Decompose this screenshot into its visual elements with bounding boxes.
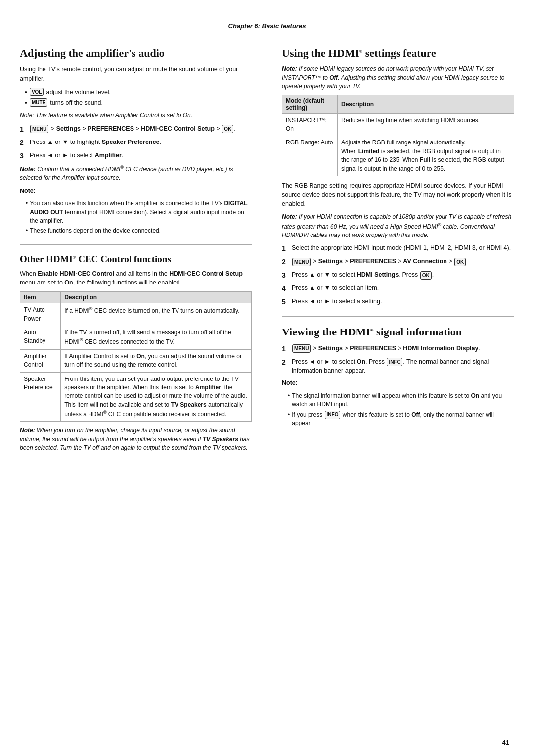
section1-note1: Note: This feature is available when Amp… [20, 111, 252, 120]
r-section1-body1: The RGB Range setting requires appropria… [282, 181, 514, 209]
r-section2-note-block: Note: The signal information banner will… [282, 378, 514, 427]
table-row: RGB Range: Auto Adjusts the RGB full ran… [282, 136, 514, 176]
r-section1-steps: 1 Select the appropriate HDMI input mode… [282, 243, 514, 307]
r-note-bullet-1: The signal information banner will appea… [288, 392, 514, 409]
table-row: Speaker Preference From this item, you c… [20, 372, 252, 422]
hdmi-settings-table: Mode (default setting) Description INSTA… [282, 95, 514, 176]
item-tv-auto-power: TV Auto Power [20, 303, 61, 326]
chapter-header: Chapter 6: Basic features [20, 20, 514, 32]
section1-note3-bullets: You can also use this function when the … [26, 199, 252, 236]
menu-icon-r: MENU [292, 258, 311, 266]
ok-icon-r3: OK [420, 271, 432, 280]
section2-intro: When Enable HDMI-CEC Control and all ite… [20, 269, 252, 288]
cec-table: Item Description TV Auto Power If a HDMI… [20, 291, 252, 422]
r-step-2: 2 MENU > Settings > PREFERENCES > AV Con… [282, 257, 514, 267]
section1-heading: Adjusting the amplifier's audio [20, 47, 252, 60]
table-header-mode: Mode (default setting) [282, 95, 338, 113]
r-section2-heading: Viewing the HDMI® signal information [282, 326, 514, 338]
section1-note3-label: Note: [20, 187, 252, 196]
r-note-bullets: The signal information banner will appea… [288, 392, 514, 428]
step-1: 1 MENU > Settings > PREFERENCES > HDMI-C… [20, 124, 252, 135]
step-3: 3 Press ◄ or ► to select Amplifier. [20, 151, 252, 161]
bullet-vol: VOL adjust the volume level. [25, 88, 252, 97]
r-section2-steps: 1 MENU > Settings > PREFERENCES > HDMI I… [282, 344, 514, 376]
page-number: 41 [502, 739, 509, 746]
desc-speaker-pref: From this item, you can set your audio o… [61, 372, 252, 422]
item-amplifier-control: Amplifier Control [20, 349, 61, 372]
desc-rgb-range: Adjusts the RGB full range signal automa… [338, 136, 514, 176]
desc-amplifier-control: If Amplifier Control is set to On, you c… [61, 349, 252, 372]
mute-icon: MUTE [30, 98, 47, 107]
r-note-bullet-2: If you press INFO when this feature is s… [288, 411, 514, 428]
info-icon: INFO [387, 358, 402, 366]
r-step-1: 1 Select the appropriate HDMI input mode… [282, 243, 514, 254]
r-section1-note: Note: If some HDMI legacy sources do not… [282, 65, 514, 91]
r2-step-1: 1 MENU > Settings > PREFERENCES > HDMI I… [282, 344, 514, 354]
menu-icon-r2: MENU [292, 344, 311, 353]
left-column: Adjusting the amplifier's audio Using th… [20, 47, 267, 457]
r-step-4: 4 Press ▲ or ▼ to select an item. [282, 284, 514, 294]
mode-instaport: INSTAPORT™: On [282, 113, 338, 136]
desc-instaport: Reduces the lag time when switching HDMI… [338, 113, 514, 136]
table-row: Auto Standby If the TV is turned off, it… [20, 326, 252, 349]
chapter-title: Chapter 6: Basic features [228, 22, 306, 30]
desc-tv-auto-power: If a HDMI® CEC device is turned on, the … [61, 303, 252, 326]
section1-note2: Note: Confirm that a connected HDMI® CEC… [20, 164, 252, 183]
item-speaker-pref: Speaker Preference [20, 372, 61, 422]
bullet-mute: MUTE turns off the sound. [25, 98, 252, 108]
section2-heading: Other HDMI® CEC Control functions [20, 254, 252, 265]
table-row: TV Auto Power If a HDMI® CEC device is t… [20, 303, 252, 326]
table-header-desc: Description [61, 292, 252, 303]
section1-bullets: VOL adjust the volume level. MUTE turns … [25, 88, 252, 108]
mode-rgb-range: RGB Range: Auto [282, 136, 338, 176]
desc-auto-standby: If the TV is turned off, it will send a … [61, 326, 252, 349]
r2-step-2: 2 Press ◄ or ► to select On. Press INFO.… [282, 357, 514, 376]
section1-intro: Using the TV's remote control, you can a… [20, 65, 252, 84]
r-divider-1 [282, 316, 514, 317]
section1-steps: 1 MENU > Settings > PREFERENCES > HDMI-C… [20, 124, 252, 161]
note3-bullet-1: You can also use this function when the … [26, 199, 252, 225]
step-2: 2 Press ▲ or ▼ to highlight Speaker Pref… [20, 138, 252, 148]
item-auto-standby: Auto Standby [20, 326, 61, 349]
page: Chapter 6: Basic features Adjusting the … [0, 0, 534, 756]
ok-icon-r2: OK [454, 258, 466, 266]
section1-note3-block: Note: You can also use this function whe… [20, 187, 252, 236]
ok-icon: OK [222, 125, 233, 133]
info-icon-2: INFO [325, 411, 341, 419]
r-step-5: 5 Press ◄ or ► to select a setting. [282, 297, 514, 307]
section2-bottom-note: Note: When you turn on the amplifier, ch… [20, 426, 252, 452]
r-step-3: 3 Press ▲ or ▼ to select HDMI Settings. … [282, 270, 514, 281]
r-note-label: Note: [282, 378, 514, 388]
r-section1-heading: Using the HDMI® settings feature [282, 47, 514, 60]
table-header-item: Item [20, 292, 61, 303]
table-row: INSTAPORT™: On Reduces the lag time when… [282, 113, 514, 136]
divider-1 [20, 244, 252, 245]
table-row: Amplifier Control If Amplifier Control i… [20, 349, 252, 372]
note3-bullet-2: These functions depend on the device con… [26, 227, 252, 235]
menu-icon: MENU [30, 125, 48, 133]
vol-icon: VOL [30, 88, 44, 96]
right-column: Using the HDMI® settings feature Note: I… [267, 47, 514, 457]
r-section1-note2: Note: If your HDMI connection is capable… [282, 213, 514, 239]
table-header-description: Description [338, 95, 514, 113]
